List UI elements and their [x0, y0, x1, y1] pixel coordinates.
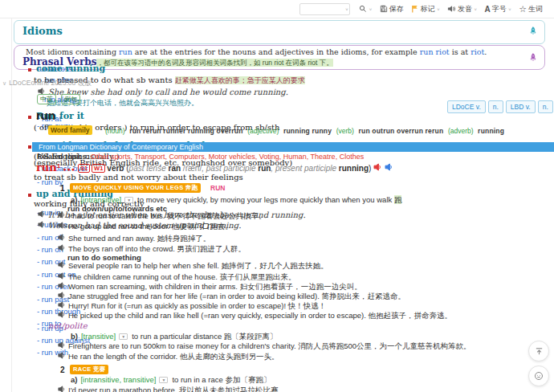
subsense-a: a)[intransitive, transitive]▼to run in a…	[71, 375, 271, 386]
save-button[interactable]: 保存	[380, 4, 404, 14]
subsense-letter: a)	[71, 195, 77, 204]
bullet-icon	[28, 145, 31, 149]
word-family-line: (noun) run rerun runner running overrun …	[103, 127, 504, 135]
thesaurus-link[interactable]: RUN	[210, 184, 225, 192]
speaker-icon[interactable]	[38, 210, 45, 219]
idioms-section-title: Idioms	[22, 25, 63, 37]
tab-lbd-verb[interactable]: LBD v.	[506, 100, 536, 113]
speaker-icon[interactable]	[38, 221, 45, 230]
run-link[interactable]: run	[119, 47, 132, 56]
register-label: not/polite	[48, 321, 88, 330]
form-label: , past participle	[202, 164, 255, 173]
speaker-icon[interactable]	[58, 292, 65, 300]
expand-icon[interactable]: ▼	[124, 197, 133, 203]
related-topics: Related topics: Other sportsTransportCom…	[37, 153, 364, 161]
search-dropdown-icon[interactable]: ∨	[345, 7, 348, 11]
sense-signpost-badge: MOVE QUICKLY USING YOUR LEGS 奔跑	[70, 183, 201, 193]
topic-link[interactable]: Clothes	[340, 153, 365, 161]
speaker-icon[interactable]	[58, 261, 65, 270]
expand-icon[interactable]: ▼	[119, 333, 128, 340]
speaker-icon[interactable]	[58, 311, 65, 320]
arrow-up-icon	[535, 347, 544, 356]
star-icon: ☆	[519, 5, 527, 13]
tab-ldoce-noun[interactable]: n.	[488, 100, 503, 113]
related-topics-label: Related topics:	[37, 153, 89, 161]
topic-link[interactable]: Theatre	[311, 153, 340, 161]
example-text: Hurry! Run for it (=run as quickly as po…	[68, 301, 326, 310]
rocket-jump-icon[interactable]	[529, 52, 537, 63]
entry-headword-big: run	[36, 108, 55, 122]
word-family-words[interactable]: running runny	[281, 127, 333, 135]
example-text: Jane struggled free and ran for her life…	[68, 292, 405, 300]
part-of-speech: verb	[107, 164, 124, 173]
speaker-icon[interactable]	[58, 244, 65, 253]
feedback-button[interactable]	[528, 365, 549, 386]
example-row: He picked up the child and ran like hell…	[58, 311, 452, 321]
speaker-icon[interactable]	[58, 282, 65, 291]
form-label: past tense	[129, 164, 166, 173]
speaker-icon-ame[interactable]	[385, 163, 393, 173]
mark-button[interactable]: 标记 ∨	[411, 4, 440, 14]
speaker-icon[interactable]	[58, 386, 65, 392]
topic-link[interactable]: Voting	[259, 153, 283, 161]
collapse-icon[interactable]: ∨	[2, 80, 6, 86]
topic-link[interactable]: Motor vehicles	[209, 153, 259, 161]
example-row: I had to run to catch the bus. 我不得不跑着去赶公…	[58, 211, 267, 222]
idioms-note-text: .	[484, 47, 487, 56]
rocket-jump-icon[interactable]	[529, 26, 537, 36]
definition-zh: 参加〔赛跑〕	[225, 375, 271, 384]
flag-icon	[411, 5, 419, 13]
top-toolbar: ∨ ∨ 保存 标记 ∨ 发音 ∨ A 字号 ∨ ☆ 生词	[0, 0, 554, 18]
expand-icon[interactable]: ▼	[159, 377, 168, 383]
dictionary-source-label[interactable]: ∨LDoCEonline 2023.08 改版	[2, 79, 92, 88]
pronounce-button[interactable]: 发音 ∨	[447, 4, 477, 14]
example-row: She turned and ran away. 她转身跑掉了。	[58, 234, 210, 244]
lookup-button[interactable]: ∨	[359, 5, 372, 13]
run-riot-link[interactable]: run riot	[420, 47, 450, 56]
speaker-icon[interactable]	[58, 211, 65, 220]
tab-lbd-noun[interactable]: n.	[538, 100, 553, 113]
speaker-icon-bre[interactable]	[373, 163, 381, 173]
chevron-down-icon: ∨	[437, 7, 440, 11]
zh-en-toggle-button[interactable]: 中英	[37, 94, 56, 104]
example-text: Women ran screaming, with children in th…	[68, 282, 362, 291]
riot-link[interactable]: riot	[470, 47, 484, 56]
frequency-dots: ●●●	[63, 166, 75, 172]
grammar-label: [intransitive, transitive]	[80, 375, 156, 384]
bullet-icon	[28, 68, 31, 71]
word-family-words[interactable]: running	[476, 127, 505, 135]
topic-link[interactable]: Other sports	[91, 153, 134, 161]
example-text: The boys ran off into the crowd. 男孩们跑进了人…	[68, 244, 246, 253]
speaker-icon[interactable]	[58, 352, 65, 361]
form-label: , present participle	[271, 164, 336, 173]
search-wrap: ∨	[299, 3, 350, 15]
speaker-icon[interactable]	[58, 234, 65, 243]
verb-form: running	[336, 164, 369, 173]
topic-link[interactable]: Computers	[169, 153, 209, 161]
font-size-button[interactable]: A 字号 ∨	[484, 4, 511, 14]
definition-zh: 跑	[394, 195, 402, 204]
examples-toggle-button[interactable]: 例句	[61, 94, 80, 104]
speaker-icon[interactable]	[58, 272, 65, 281]
topic-link[interactable]: Transport	[134, 153, 169, 161]
sense-signpost-badge: RACE 竞赛	[70, 365, 108, 374]
search-input[interactable]	[299, 3, 350, 15]
word-family-words[interactable]: run rerun runner running overrun	[128, 127, 246, 135]
idioms-note-text: is at	[450, 47, 470, 56]
mark-label: 标记	[421, 4, 435, 14]
speaker-icon[interactable]	[58, 301, 65, 310]
idiom-headword[interactable]: come running	[36, 63, 105, 74]
word-family-words[interactable]: run outrun overrun rerun	[356, 127, 446, 135]
new-word-button[interactable]: ☆ 生词	[519, 4, 543, 14]
grammar-label: [transitive]	[81, 332, 116, 341]
idioms-note-text: are at the entries for the nouns and adj…	[132, 47, 420, 56]
sense-number: 2	[60, 365, 65, 374]
speaker-icon	[447, 5, 456, 13]
source-bar: From Longman Dictionary of Contemporary …	[32, 142, 554, 152]
pos-label: (verb)	[336, 127, 354, 135]
speaker-icon[interactable]	[58, 341, 65, 350]
tab-ldoce-verb[interactable]: LDoCE v.	[447, 100, 486, 113]
back-to-top-button[interactable]	[528, 341, 549, 361]
topic-link[interactable]: Human	[283, 153, 311, 161]
speaker-icon[interactable]	[58, 222, 65, 231]
